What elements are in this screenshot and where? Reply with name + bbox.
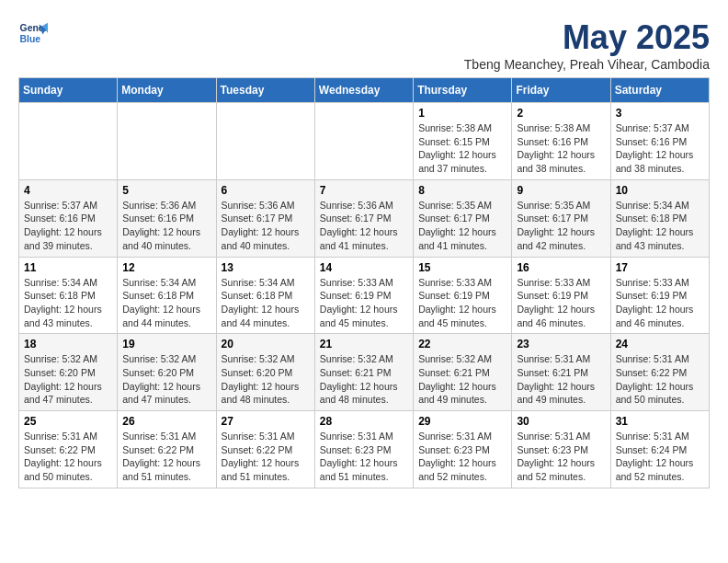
calendar-cell: 4Sunrise: 5:37 AM Sunset: 6:16 PM Daylig… (19, 179, 118, 257)
calendar-cell: 28Sunrise: 5:31 AM Sunset: 6:23 PM Dayli… (314, 411, 413, 488)
logo-icon: General Blue (18, 18, 48, 48)
day-of-week-header: Wednesday (314, 78, 413, 103)
calendar-cell: 11Sunrise: 5:34 AM Sunset: 6:18 PM Dayli… (19, 257, 118, 334)
day-info: Sunrise: 5:31 AM Sunset: 6:22 PM Dayligh… (24, 430, 112, 484)
calendar-cell: 15Sunrise: 5:33 AM Sunset: 6:19 PM Dayli… (414, 257, 512, 334)
calendar-cell (118, 103, 216, 180)
day-number: 16 (517, 261, 605, 274)
day-number: 31 (616, 415, 704, 428)
day-info: Sunrise: 5:38 AM Sunset: 6:16 PM Dayligh… (517, 121, 605, 176)
day-info: Sunrise: 5:36 AM Sunset: 6:16 PM Dayligh… (122, 199, 210, 253)
day-number: 3 (616, 107, 704, 120)
day-info: Sunrise: 5:34 AM Sunset: 6:18 PM Dayligh… (24, 276, 112, 330)
calendar-header-row: SundayMondayTuesdayWednesdayThursdayFrid… (19, 78, 710, 103)
day-number: 27 (222, 415, 310, 428)
day-number: 9 (517, 184, 605, 197)
title-block: May 2025 Tbeng Meanchey, Preah Vihear, C… (464, 18, 710, 72)
day-info: Sunrise: 5:31 AM Sunset: 6:24 PM Dayligh… (616, 430, 704, 484)
calendar-cell: 27Sunrise: 5:31 AM Sunset: 6:22 PM Dayli… (216, 411, 314, 488)
day-info: Sunrise: 5:31 AM Sunset: 6:21 PM Dayligh… (517, 352, 605, 407)
calendar-cell: 20Sunrise: 5:32 AM Sunset: 6:20 PM Dayli… (216, 334, 314, 411)
calendar-cell: 10Sunrise: 5:34 AM Sunset: 6:18 PM Dayli… (610, 179, 709, 257)
day-info: Sunrise: 5:33 AM Sunset: 6:19 PM Dayligh… (418, 276, 506, 330)
page-header: General Blue May 2025 Tbeng Meanchey, Pr… (18, 18, 710, 72)
svg-text:Blue: Blue (20, 34, 41, 44)
calendar-cell: 12Sunrise: 5:34 AM Sunset: 6:18 PM Dayli… (118, 257, 216, 334)
calendar-cell (216, 103, 314, 180)
calendar-cell: 2Sunrise: 5:38 AM Sunset: 6:16 PM Daylig… (512, 103, 610, 180)
day-info: Sunrise: 5:33 AM Sunset: 6:19 PM Dayligh… (517, 276, 605, 330)
calendar-cell: 14Sunrise: 5:33 AM Sunset: 6:19 PM Dayli… (314, 257, 413, 334)
day-number: 5 (122, 184, 210, 197)
calendar-cell: 9Sunrise: 5:35 AM Sunset: 6:17 PM Daylig… (512, 179, 610, 257)
day-number: 21 (320, 338, 408, 350)
calendar-cell: 24Sunrise: 5:31 AM Sunset: 6:22 PM Dayli… (610, 334, 709, 411)
day-of-week-header: Friday (512, 78, 610, 103)
calendar-cell: 13Sunrise: 5:34 AM Sunset: 6:18 PM Dayli… (216, 257, 314, 334)
day-number: 25 (24, 415, 112, 428)
day-info: Sunrise: 5:35 AM Sunset: 6:17 PM Dayligh… (517, 199, 605, 253)
calendar-cell: 26Sunrise: 5:31 AM Sunset: 6:22 PM Dayli… (118, 411, 216, 488)
calendar-week-row: 11Sunrise: 5:34 AM Sunset: 6:18 PM Dayli… (19, 257, 710, 334)
day-number: 8 (418, 184, 506, 197)
calendar-cell: 18Sunrise: 5:32 AM Sunset: 6:20 PM Dayli… (19, 334, 118, 411)
day-number: 15 (418, 261, 506, 274)
calendar-week-row: 4Sunrise: 5:37 AM Sunset: 6:16 PM Daylig… (19, 179, 710, 257)
day-number: 30 (517, 415, 605, 428)
day-info: Sunrise: 5:31 AM Sunset: 6:22 PM Dayligh… (122, 430, 210, 484)
day-info: Sunrise: 5:37 AM Sunset: 6:16 PM Dayligh… (616, 121, 704, 176)
calendar-cell: 7Sunrise: 5:36 AM Sunset: 6:17 PM Daylig… (314, 179, 413, 257)
day-info: Sunrise: 5:31 AM Sunset: 6:23 PM Dayligh… (320, 430, 408, 484)
day-number: 23 (517, 338, 605, 350)
day-info: Sunrise: 5:32 AM Sunset: 6:20 PM Dayligh… (222, 352, 310, 407)
calendar-cell: 23Sunrise: 5:31 AM Sunset: 6:21 PM Dayli… (512, 334, 610, 411)
day-number: 20 (222, 338, 310, 350)
day-number: 10 (616, 184, 704, 197)
calendar-cell: 16Sunrise: 5:33 AM Sunset: 6:19 PM Dayli… (512, 257, 610, 334)
calendar-cell: 3Sunrise: 5:37 AM Sunset: 6:16 PM Daylig… (610, 103, 709, 180)
day-info: Sunrise: 5:32 AM Sunset: 6:21 PM Dayligh… (418, 352, 506, 407)
day-number: 22 (418, 338, 506, 350)
day-of-week-header: Saturday (610, 78, 709, 103)
day-number: 29 (418, 415, 506, 428)
calendar-week-row: 25Sunrise: 5:31 AM Sunset: 6:22 PM Dayli… (19, 411, 710, 488)
day-number: 14 (320, 261, 408, 274)
calendar-cell: 25Sunrise: 5:31 AM Sunset: 6:22 PM Dayli… (19, 411, 118, 488)
day-number: 24 (616, 338, 704, 350)
day-info: Sunrise: 5:32 AM Sunset: 6:21 PM Dayligh… (320, 352, 408, 407)
subtitle: Tbeng Meanchey, Preah Vihear, Cambodia (464, 57, 710, 72)
calendar-cell: 22Sunrise: 5:32 AM Sunset: 6:21 PM Dayli… (414, 334, 512, 411)
day-info: Sunrise: 5:31 AM Sunset: 6:22 PM Dayligh… (222, 430, 310, 484)
day-number: 13 (222, 261, 310, 274)
day-number: 4 (24, 184, 112, 197)
day-number: 17 (616, 261, 704, 274)
day-number: 6 (222, 184, 310, 197)
day-number: 12 (122, 261, 210, 274)
calendar-cell: 29Sunrise: 5:31 AM Sunset: 6:23 PM Dayli… (414, 411, 512, 488)
day-number: 1 (418, 107, 506, 120)
calendar-week-row: 1Sunrise: 5:38 AM Sunset: 6:15 PM Daylig… (19, 103, 710, 180)
day-of-week-header: Thursday (414, 78, 512, 103)
calendar-cell: 8Sunrise: 5:35 AM Sunset: 6:17 PM Daylig… (414, 179, 512, 257)
day-info: Sunrise: 5:37 AM Sunset: 6:16 PM Dayligh… (24, 199, 112, 253)
day-number: 26 (122, 415, 210, 428)
calendar-cell: 6Sunrise: 5:36 AM Sunset: 6:17 PM Daylig… (216, 179, 314, 257)
calendar-cell: 17Sunrise: 5:33 AM Sunset: 6:19 PM Dayli… (610, 257, 709, 334)
day-of-week-header: Tuesday (216, 78, 314, 103)
day-of-week-header: Monday (118, 78, 216, 103)
calendar-cell: 19Sunrise: 5:32 AM Sunset: 6:20 PM Dayli… (118, 334, 216, 411)
day-info: Sunrise: 5:32 AM Sunset: 6:20 PM Dayligh… (24, 352, 112, 407)
calendar-cell: 30Sunrise: 5:31 AM Sunset: 6:23 PM Dayli… (512, 411, 610, 488)
day-info: Sunrise: 5:31 AM Sunset: 6:22 PM Dayligh… (616, 352, 704, 407)
day-info: Sunrise: 5:32 AM Sunset: 6:20 PM Dayligh… (122, 352, 210, 407)
calendar-cell: 21Sunrise: 5:32 AM Sunset: 6:21 PM Dayli… (314, 334, 413, 411)
day-info: Sunrise: 5:33 AM Sunset: 6:19 PM Dayligh… (320, 276, 408, 330)
day-number: 7 (320, 184, 408, 197)
day-info: Sunrise: 5:33 AM Sunset: 6:19 PM Dayligh… (616, 276, 704, 330)
day-info: Sunrise: 5:38 AM Sunset: 6:15 PM Dayligh… (418, 121, 506, 176)
calendar-cell: 1Sunrise: 5:38 AM Sunset: 6:15 PM Daylig… (414, 103, 512, 180)
month-title: May 2025 (464, 18, 710, 57)
day-number: 2 (517, 107, 605, 120)
calendar-cell (19, 103, 118, 180)
day-number: 28 (320, 415, 408, 428)
